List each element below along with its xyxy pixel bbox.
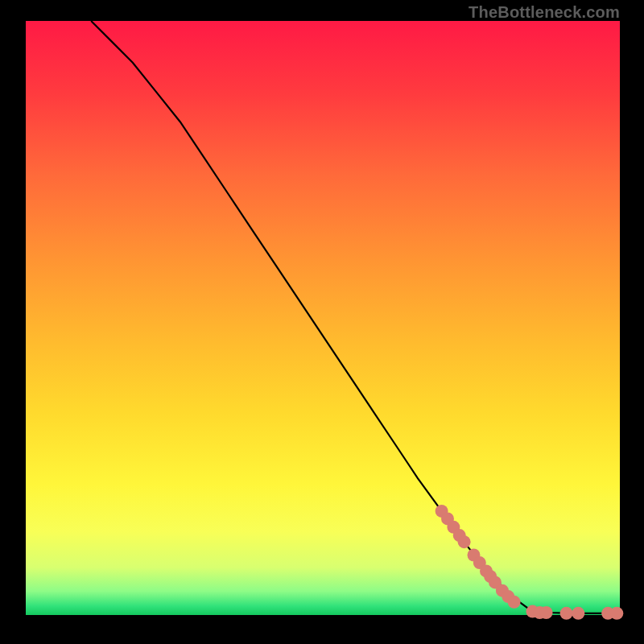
curve-line — [91, 21, 620, 613]
watermark-text: TheBottleneck.com — [469, 3, 620, 22]
data-marker — [560, 607, 573, 620]
chart-svg — [26, 21, 620, 615]
plot-area — [26, 21, 620, 615]
curve-markers — [436, 505, 624, 620]
data-marker — [610, 607, 623, 620]
chart-stage: TheBottleneck.com — [0, 0, 644, 644]
data-marker — [508, 596, 521, 609]
data-marker — [540, 606, 553, 619]
data-marker — [458, 535, 471, 548]
data-marker — [572, 607, 584, 620]
